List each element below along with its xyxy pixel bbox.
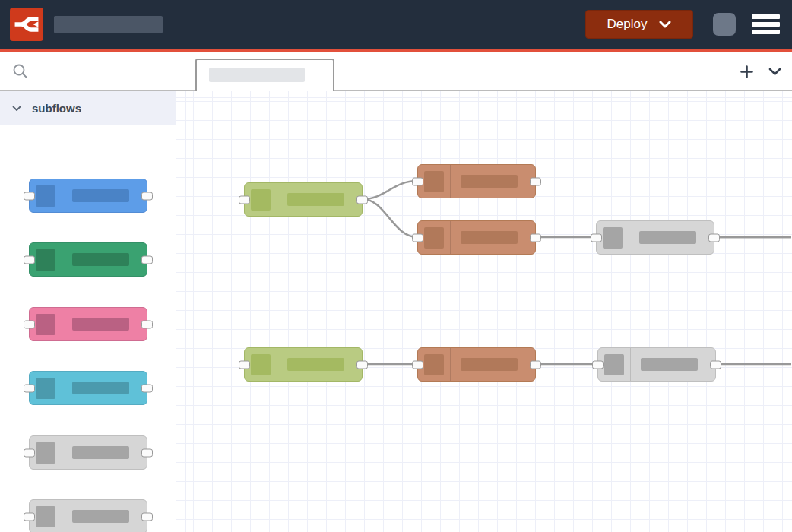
user-avatar[interactable] <box>713 13 736 36</box>
node-label-placeholder <box>72 189 129 202</box>
flow-tab-label-placeholder <box>209 68 305 82</box>
node-output-port[interactable] <box>708 233 720 242</box>
node-output-port[interactable] <box>530 233 541 242</box>
node-icon <box>251 189 271 211</box>
app-logo-icon <box>10 8 43 41</box>
flow-canvas[interactable] <box>176 91 792 532</box>
node-label-placeholder <box>72 253 129 266</box>
node-icon <box>424 171 444 192</box>
chevron-down-icon <box>12 106 21 112</box>
menu-hamburger-icon[interactable] <box>752 14 780 34</box>
node-input-port[interactable] <box>24 255 35 264</box>
node-label-placeholder <box>287 193 344 206</box>
palette-node-teal[interactable] <box>29 242 147 277</box>
node-icon <box>603 227 623 249</box>
node-label-placeholder <box>287 358 344 371</box>
node-input-port[interactable] <box>592 360 604 369</box>
palette-section-subflows[interactable]: subflows <box>0 91 176 125</box>
palette-node-cyan[interactable] <box>29 371 147 405</box>
node-output-port[interactable] <box>141 192 153 200</box>
workspace <box>176 52 792 532</box>
node-label-placeholder <box>72 382 129 394</box>
flow-wire[interactable] <box>363 181 417 199</box>
node-input-port[interactable] <box>591 233 602 242</box>
search-icon <box>12 63 29 80</box>
workspace-title-placeholder <box>54 16 163 33</box>
node-input-port[interactable] <box>412 360 423 369</box>
node-label-placeholder <box>72 510 129 523</box>
node-output-port[interactable] <box>356 360 368 369</box>
deploy-chevron-down-icon[interactable] <box>659 21 671 28</box>
flow-node-olive-1[interactable] <box>244 182 363 217</box>
palette-node-blue[interactable] <box>29 179 147 213</box>
node-icon <box>424 227 444 249</box>
node-icon <box>251 354 271 375</box>
add-flow-button[interactable] <box>740 65 753 78</box>
palette-node-pink[interactable] <box>29 307 147 341</box>
plus-icon <box>740 65 753 78</box>
node-input-port[interactable] <box>412 177 423 185</box>
flow-node-salmon-3[interactable] <box>417 347 536 382</box>
node-output-port[interactable] <box>141 320 153 328</box>
flow-node-olive-2[interactable] <box>244 347 363 382</box>
node-label-placeholder <box>461 231 518 244</box>
node-label-placeholder <box>639 231 696 244</box>
node-input-port[interactable] <box>24 384 35 392</box>
node-input-port[interactable] <box>239 195 250 204</box>
flow-wire[interactable] <box>363 199 417 237</box>
flow-node-salmon-2[interactable] <box>417 220 536 255</box>
node-icon <box>36 314 55 335</box>
deploy-button[interactable]: Deploy <box>585 10 693 39</box>
flow-node-gray-2[interactable] <box>597 347 716 382</box>
node-input-port[interactable] <box>239 360 250 369</box>
node-label-placeholder <box>641 358 698 371</box>
node-input-port[interactable] <box>24 320 35 328</box>
flow-tab-active[interactable] <box>195 59 334 92</box>
node-input-port[interactable] <box>24 192 35 200</box>
palette-section-label: subflows <box>32 102 81 115</box>
node-icon <box>604 354 624 375</box>
node-label-placeholder <box>461 175 518 188</box>
node-output-port[interactable] <box>530 177 541 185</box>
node-icon <box>36 185 55 207</box>
node-output-port[interactable] <box>141 512 153 521</box>
node-output-port[interactable] <box>530 360 541 369</box>
node-icon <box>36 506 55 527</box>
node-output-port[interactable] <box>141 255 153 264</box>
node-icon <box>36 442 55 464</box>
node-icon <box>36 249 55 271</box>
palette-sidebar: subflows <box>0 52 176 532</box>
node-input-port[interactable] <box>412 233 423 242</box>
flow-tab-bar <box>176 52 792 91</box>
chevron-down-icon <box>768 68 781 76</box>
node-icon <box>424 354 444 375</box>
palette-search[interactable] <box>0 52 176 91</box>
node-label-placeholder <box>461 358 518 371</box>
node-input-port[interactable] <box>24 512 35 521</box>
node-input-port[interactable] <box>24 448 35 457</box>
flow-list-button[interactable] <box>768 68 781 76</box>
wire-layer <box>176 91 791 532</box>
palette-node-gray-1[interactable] <box>29 435 147 470</box>
node-output-port[interactable] <box>141 448 153 457</box>
header-bar: Deploy <box>0 0 792 49</box>
node-output-port[interactable] <box>356 195 368 204</box>
node-output-port[interactable] <box>710 360 721 369</box>
node-label-placeholder <box>72 446 129 459</box>
node-icon <box>36 378 55 399</box>
node-label-placeholder <box>72 318 129 331</box>
palette-node-gray-2[interactable] <box>29 499 147 532</box>
flow-node-salmon-1[interactable] <box>417 164 536 198</box>
deploy-button-label: Deploy <box>607 17 648 32</box>
flow-node-gray-1[interactable] <box>596 220 714 255</box>
node-output-port[interactable] <box>141 384 153 392</box>
